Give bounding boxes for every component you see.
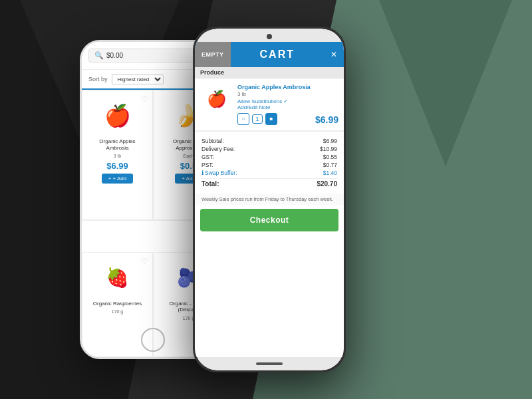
search-icon: 🔍 [94,51,104,60]
product-price-apples: $6.99 [106,161,128,171]
pst-value: $0.77 [323,162,337,168]
delivery-value: $10.99 [320,146,337,152]
summary-delivery: Delivery Fee: $10.99 [201,145,337,153]
phone-back-home-button[interactable] [141,328,165,352]
cart-title: CART [231,49,324,61]
heart-icon-raspberry[interactable]: ♡ [141,257,148,266]
phone-front: ♡ 🍓 Organic Raspberries170 g ♡ 🫐 Organic… [193,27,346,372]
delivery-label: Delivery Fee: [201,146,235,152]
cart-header: EMPTY CART ✕ [195,42,344,67]
cart-panel: EMPTY CART ✕ Produce 🍎 Organic Apples Am… [195,42,344,357]
cart-body[interactable]: Produce 🍎 Organic Apples Ambrosia 3 lb A… [195,67,344,357]
cart-item-substitutions[interactable]: Allow Substitutions ✓ [237,98,311,104]
product-name-apples: Organic ApplesAmbrosia [99,138,135,151]
close-button[interactable]: ✕ [324,50,344,59]
sort-dropdown[interactable]: Highest rated [112,74,164,84]
subtotal-label: Subtotal: [201,138,224,144]
product-name-raspberry: Organic Raspberries [93,301,142,307]
front-camera [267,34,272,39]
total-label: Total: [201,180,219,188]
qty-decrease-button[interactable]: ○ [237,113,249,125]
cart-notice: Weekly Sale prices run from Friday to Th… [195,194,344,205]
cart-item-details: Organic Apples Ambrosia 3 lb Allow Subst… [237,84,311,125]
add-button-apples[interactable]: + + Add [102,174,133,184]
cart-item-weight: 3 lb [237,91,311,97]
summary-gst: GST: $0.55 [201,153,337,161]
summary-total: Total: $20.70 [201,178,337,188]
phones-container: 🔍 $0.00 🛒 Sort by Highest rated ♡ 🍎 [0,0,532,399]
cart-item-price: $6.99 [315,114,338,125]
subtotal-value: $6.99 [323,138,337,144]
phone-front-home-bar [256,362,283,365]
cart-item-note[interactable]: Add/Edit Note [237,104,311,110]
checkout-button[interactable]: Checkout [200,209,338,231]
summary-swap: ℹSwap Buffer: $1.40 [201,169,337,177]
product-image-apples: 🍎 [94,96,141,136]
cart-item-name: Organic Apples Ambrosia [237,84,311,91]
search-amount: $0.00 [106,52,123,59]
empty-button[interactable]: EMPTY [195,42,231,67]
cart-summary: Subtotal: $6.99 Delivery Fee: $10.99 GST… [195,131,344,194]
total-value: $20.70 [317,180,337,188]
cart-section-produce: Produce [195,67,344,78]
summary-subtotal: Subtotal: $6.99 [201,137,337,145]
qty-increase-button[interactable]: ■ [265,113,277,125]
cart-item: 🍎 Organic Apples Ambrosia 3 lb Allow Sub… [195,78,344,131]
qty-display: 1 [252,114,263,124]
product-weight-raspberry: 170 g [112,309,124,314]
gst-label: GST: [201,154,214,160]
summary-pst: PST: $0.77 [201,161,337,169]
heart-icon[interactable]: ♡ [141,94,148,104]
product-weight-apples: 3 lb [114,154,121,158]
search-bar[interactable]: 🔍 $0.00 [88,49,201,63]
add-icon: + [108,176,112,182]
product-card: ♡ 🍎 Organic ApplesAmbrosia 3 lb $6.99 + … [82,90,153,220]
cart-item-image: 🍎 [200,84,233,114]
product-image-raspberry: 🍓 [94,258,141,298]
swap-label: ℹSwap Buffer: [201,170,237,176]
swap-value: $1.40 [323,170,337,176]
cart-item-controls: ○ 1 ■ [237,113,311,125]
pst-label: PST: [201,162,213,168]
gst-value: $0.55 [323,154,337,160]
cart-modal: EMPTY CART ✕ Produce 🍎 Organic Apples Am… [195,42,344,357]
sort-label: Sort by [88,76,108,82]
